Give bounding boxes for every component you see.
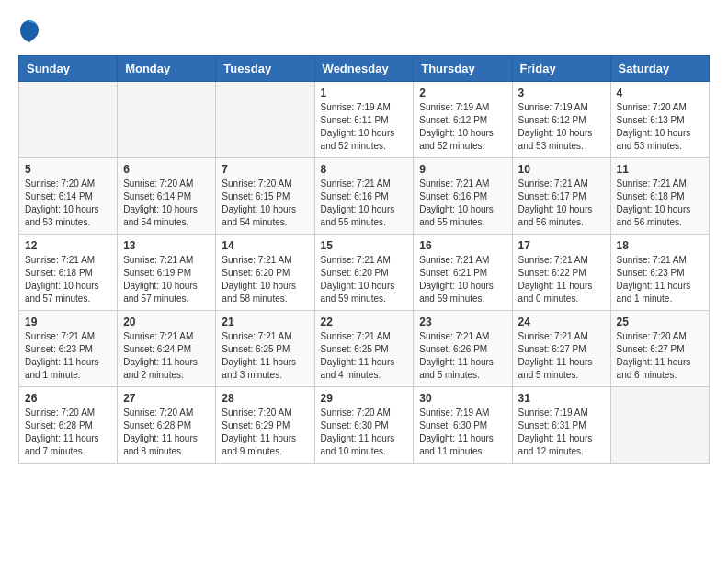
weekday-header-saturday: Saturday (610, 56, 709, 82)
calendar-table: SundayMondayTuesdayWednesdayThursdayFrid… (18, 55, 710, 464)
weekday-header-sunday: Sunday (19, 56, 118, 82)
calendar-week-row: 19Sunrise: 7:21 AM Sunset: 6:23 PM Dayli… (19, 311, 710, 387)
day-number: 20 (123, 316, 210, 328)
calendar-cell (118, 82, 216, 158)
calendar-cell: 27Sunrise: 7:20 AM Sunset: 6:28 PM Dayli… (118, 387, 216, 464)
day-number: 12 (25, 239, 111, 252)
calendar-cell: 25Sunrise: 7:20 AM Sunset: 6:27 PM Dayli… (610, 311, 709, 387)
weekday-header-monday: Monday (118, 56, 216, 82)
page-header (18, 18, 710, 46)
calendar-cell: 15Sunrise: 7:21 AM Sunset: 6:20 PM Dayli… (314, 235, 414, 311)
day-number: 30 (419, 392, 506, 405)
day-number: 7 (222, 163, 308, 176)
calendar-cell: 28Sunrise: 7:20 AM Sunset: 6:29 PM Dayli… (216, 387, 314, 464)
day-info: Sunrise: 7:21 AM Sunset: 6:23 PM Dayligh… (617, 254, 703, 305)
day-info: Sunrise: 7:19 AM Sunset: 6:12 PM Dayligh… (419, 101, 506, 153)
calendar-cell: 2Sunrise: 7:19 AM Sunset: 6:12 PM Daylig… (414, 82, 512, 158)
day-info: Sunrise: 7:21 AM Sunset: 6:25 PM Dayligh… (321, 330, 408, 382)
day-number: 14 (222, 239, 308, 252)
weekday-header-wednesday: Wednesday (314, 56, 414, 82)
day-info: Sunrise: 7:21 AM Sunset: 6:22 PM Dayligh… (518, 254, 605, 305)
day-number: 11 (617, 163, 703, 176)
calendar-week-row: 5Sunrise: 7:20 AM Sunset: 6:14 PM Daylig… (19, 158, 710, 235)
calendar-cell: 31Sunrise: 7:19 AM Sunset: 6:31 PM Dayli… (512, 387, 610, 464)
day-info: Sunrise: 7:20 AM Sunset: 6:29 PM Dayligh… (222, 407, 308, 458)
calendar-week-row: 1Sunrise: 7:19 AM Sunset: 6:11 PM Daylig… (19, 82, 710, 158)
weekday-header-friday: Friday (512, 56, 610, 82)
day-info: Sunrise: 7:20 AM Sunset: 6:14 PM Dayligh… (25, 178, 111, 229)
calendar-cell: 19Sunrise: 7:21 AM Sunset: 6:23 PM Dayli… (19, 311, 118, 387)
day-info: Sunrise: 7:20 AM Sunset: 6:13 PM Dayligh… (617, 101, 703, 153)
day-info: Sunrise: 7:21 AM Sunset: 6:16 PM Dayligh… (321, 178, 408, 229)
day-info: Sunrise: 7:20 AM Sunset: 6:28 PM Dayligh… (123, 407, 210, 458)
calendar-cell: 12Sunrise: 7:21 AM Sunset: 6:18 PM Dayli… (19, 235, 118, 311)
calendar-cell: 13Sunrise: 7:21 AM Sunset: 6:19 PM Dayli… (118, 235, 216, 311)
day-info: Sunrise: 7:20 AM Sunset: 6:15 PM Dayligh… (222, 178, 308, 229)
day-number: 6 (123, 163, 210, 176)
logo-icon (18, 18, 40, 46)
calendar-cell: 30Sunrise: 7:19 AM Sunset: 6:30 PM Dayli… (414, 387, 512, 464)
calendar-week-row: 12Sunrise: 7:21 AM Sunset: 6:18 PM Dayli… (19, 235, 710, 311)
day-number: 25 (617, 316, 703, 328)
day-info: Sunrise: 7:21 AM Sunset: 6:27 PM Dayligh… (518, 330, 605, 382)
day-info: Sunrise: 7:21 AM Sunset: 6:18 PM Dayligh… (617, 178, 703, 229)
day-info: Sunrise: 7:21 AM Sunset: 6:24 PM Dayligh… (123, 330, 210, 382)
day-number: 1 (321, 86, 408, 99)
calendar-cell: 24Sunrise: 7:21 AM Sunset: 6:27 PM Dayli… (512, 311, 610, 387)
calendar-cell: 1Sunrise: 7:19 AM Sunset: 6:11 PM Daylig… (314, 82, 414, 158)
calendar-cell: 11Sunrise: 7:21 AM Sunset: 6:18 PM Dayli… (610, 158, 709, 235)
weekday-header-row: SundayMondayTuesdayWednesdayThursdayFrid… (19, 56, 710, 82)
calendar-week-row: 26Sunrise: 7:20 AM Sunset: 6:28 PM Dayli… (19, 387, 710, 464)
day-info: Sunrise: 7:20 AM Sunset: 6:28 PM Dayligh… (25, 407, 111, 458)
day-number: 23 (419, 316, 506, 328)
day-number: 19 (25, 316, 111, 328)
logo (18, 18, 44, 46)
calendar-cell: 18Sunrise: 7:21 AM Sunset: 6:23 PM Dayli… (610, 235, 709, 311)
calendar-cell: 17Sunrise: 7:21 AM Sunset: 6:22 PM Dayli… (512, 235, 610, 311)
calendar-cell: 10Sunrise: 7:21 AM Sunset: 6:17 PM Dayli… (512, 158, 610, 235)
day-number: 24 (518, 316, 605, 328)
day-info: Sunrise: 7:21 AM Sunset: 6:20 PM Dayligh… (321, 254, 408, 305)
calendar-cell: 21Sunrise: 7:21 AM Sunset: 6:25 PM Dayli… (216, 311, 314, 387)
day-number: 17 (518, 239, 605, 252)
day-info: Sunrise: 7:20 AM Sunset: 6:27 PM Dayligh… (617, 330, 703, 382)
day-number: 5 (25, 163, 111, 176)
day-info: Sunrise: 7:21 AM Sunset: 6:18 PM Dayligh… (25, 254, 111, 305)
calendar-cell: 22Sunrise: 7:21 AM Sunset: 6:25 PM Dayli… (314, 311, 414, 387)
day-info: Sunrise: 7:21 AM Sunset: 6:20 PM Dayligh… (222, 254, 308, 305)
day-number: 21 (222, 316, 308, 328)
day-info: Sunrise: 7:21 AM Sunset: 6:25 PM Dayligh… (222, 330, 308, 382)
calendar-cell: 4Sunrise: 7:20 AM Sunset: 6:13 PM Daylig… (610, 82, 709, 158)
day-number: 22 (321, 316, 408, 328)
day-number: 29 (321, 392, 408, 405)
calendar-cell (19, 82, 118, 158)
day-info: Sunrise: 7:19 AM Sunset: 6:31 PM Dayligh… (518, 407, 605, 458)
day-info: Sunrise: 7:19 AM Sunset: 6:11 PM Dayligh… (321, 101, 408, 153)
weekday-header-thursday: Thursday (414, 56, 512, 82)
day-info: Sunrise: 7:21 AM Sunset: 6:23 PM Dayligh… (25, 330, 111, 382)
calendar-cell: 6Sunrise: 7:20 AM Sunset: 6:14 PM Daylig… (118, 158, 216, 235)
day-number: 16 (419, 239, 506, 252)
calendar-cell: 23Sunrise: 7:21 AM Sunset: 6:26 PM Dayli… (414, 311, 512, 387)
calendar-cell: 5Sunrise: 7:20 AM Sunset: 6:14 PM Daylig… (19, 158, 118, 235)
weekday-header-tuesday: Tuesday (216, 56, 314, 82)
day-info: Sunrise: 7:21 AM Sunset: 6:19 PM Dayligh… (123, 254, 210, 305)
calendar-cell: 9Sunrise: 7:21 AM Sunset: 6:16 PM Daylig… (414, 158, 512, 235)
day-number: 9 (419, 163, 506, 176)
calendar-cell: 14Sunrise: 7:21 AM Sunset: 6:20 PM Dayli… (216, 235, 314, 311)
day-info: Sunrise: 7:19 AM Sunset: 6:30 PM Dayligh… (419, 407, 506, 458)
day-number: 27 (123, 392, 210, 405)
day-info: Sunrise: 7:21 AM Sunset: 6:26 PM Dayligh… (419, 330, 506, 382)
calendar-cell: 3Sunrise: 7:19 AM Sunset: 6:12 PM Daylig… (512, 82, 610, 158)
calendar-cell: 7Sunrise: 7:20 AM Sunset: 6:15 PM Daylig… (216, 158, 314, 235)
day-number: 4 (617, 86, 703, 99)
day-number: 31 (518, 392, 605, 405)
calendar-cell (610, 387, 709, 464)
calendar-cell: 20Sunrise: 7:21 AM Sunset: 6:24 PM Dayli… (118, 311, 216, 387)
day-number: 26 (25, 392, 111, 405)
day-number: 13 (123, 239, 210, 252)
day-info: Sunrise: 7:19 AM Sunset: 6:12 PM Dayligh… (518, 101, 605, 153)
day-number: 18 (617, 239, 703, 252)
calendar-cell: 8Sunrise: 7:21 AM Sunset: 6:16 PM Daylig… (314, 158, 414, 235)
day-number: 15 (321, 239, 408, 252)
